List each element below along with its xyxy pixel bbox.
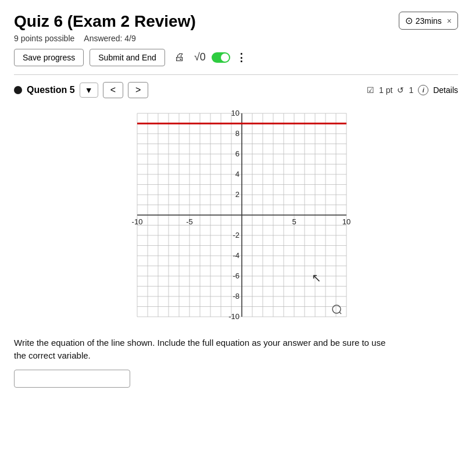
question-meta: ☑ 1 pt ↺ 1 i Details (367, 85, 458, 95)
clock-icon: ⊙ (405, 15, 413, 26)
details-link[interactable]: Details (433, 85, 458, 95)
retries-label: 1 (409, 85, 413, 95)
toggle-switch[interactable] (212, 52, 230, 63)
timer-value: 23mins (416, 16, 442, 26)
toolbar: Save progress Submit and End 🖨 √0 ⋮ (14, 49, 458, 66)
points-label: 1 pt (379, 85, 392, 95)
quiz-title: Quiz 6 (Exam 2 Review) (14, 12, 196, 31)
checkmark-icon: ☑ (367, 85, 374, 95)
subtitle-row: 9 points possible Answered: 4/9 (14, 34, 458, 43)
redo-icon: ↺ (397, 85, 404, 95)
submit-end-button[interactable]: Submit and End (90, 49, 165, 66)
question-bar: Question 5 ▼ < > ☑ 1 pt ↺ 1 i Details (14, 82, 458, 98)
next-question-button[interactable]: > (128, 82, 148, 98)
question-label: Question 5 (27, 85, 75, 95)
sqrt-icon: √0 (194, 51, 206, 63)
more-options-icon[interactable]: ⋮ (236, 51, 247, 64)
save-progress-button[interactable]: Save progress (14, 49, 84, 66)
close-icon[interactable]: × (447, 16, 452, 26)
question-status-dot (14, 86, 22, 94)
question-text: Write the equation of the line shown. In… (14, 337, 392, 363)
info-icon[interactable]: i (418, 85, 428, 95)
question-dropdown[interactable]: ▼ (80, 83, 98, 98)
quiz-title-text: Quiz 6 (Exam 2 Review) (14, 12, 196, 31)
answer-input[interactable] (14, 370, 130, 388)
toolbar-divider (14, 74, 458, 75)
coordinate-graph[interactable] (114, 108, 358, 328)
timer-badge[interactable]: ⊙ 23mins × (399, 12, 458, 30)
prev-question-button[interactable]: < (103, 82, 123, 98)
answered-count: Answered: 4/9 (84, 34, 136, 43)
print-icon[interactable]: 🖨 (171, 49, 188, 66)
graph-wrapper (114, 108, 358, 328)
graph-container (14, 108, 458, 328)
points-possible: 9 points possible (14, 34, 74, 43)
